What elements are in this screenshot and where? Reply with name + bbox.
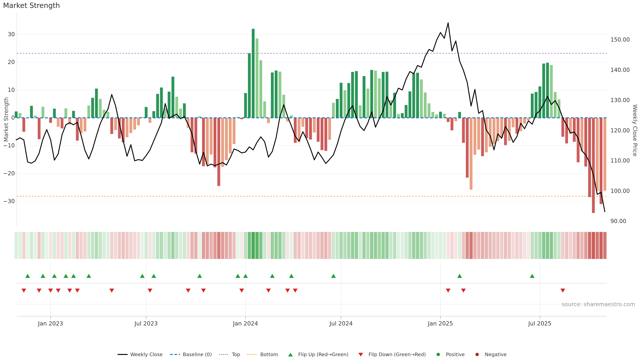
heatmap-cell	[366, 232, 370, 259]
heatmap-cell	[446, 232, 450, 259]
heatmap-cell	[496, 232, 500, 259]
legend-symbol-svg	[247, 352, 258, 357]
bar-negative	[133, 118, 136, 130]
heatmap-cell	[378, 232, 381, 259]
heatmap-cell	[118, 232, 121, 259]
heatmap-cell	[217, 232, 220, 259]
bar-positive	[332, 103, 335, 118]
flip-up-marker	[64, 274, 68, 278]
legend-triangle-down-icon	[355, 352, 366, 357]
bar-positive	[378, 78, 381, 118]
legend-label: Baseline (0)	[183, 352, 212, 357]
left-axis-tick: −30	[3, 198, 15, 204]
right-axis-tick: 110.00	[610, 157, 630, 164]
bar-negative	[328, 118, 331, 140]
heatmap-cell	[301, 232, 304, 259]
bar-positive	[88, 106, 90, 118]
heatmap-cell	[53, 232, 56, 259]
left-axis-tick: −20	[3, 170, 15, 177]
heatmap-cell	[236, 232, 240, 259]
legend-dot-icon	[472, 352, 482, 357]
heatmap-cell	[190, 232, 194, 259]
bar-negative	[210, 118, 212, 155]
heatmap-cell	[420, 232, 423, 259]
bar-negative	[309, 118, 312, 139]
heatmap-cell	[232, 232, 236, 259]
bar-negative	[202, 118, 205, 166]
legend-label: Weekly Close	[130, 352, 163, 357]
market-strength-chart: 3020100−10−20−30150.00140.00130.00120.00…	[0, 0, 644, 362]
heatmap-cell	[22, 232, 26, 259]
flip-down-marker	[461, 289, 466, 293]
heatmap-cell	[202, 232, 205, 259]
bar-negative	[313, 118, 316, 133]
bar-positive	[72, 111, 75, 118]
bar-negative	[317, 118, 320, 142]
heatmap-cell	[576, 232, 580, 259]
heatmap-cell	[458, 232, 461, 259]
flip-down-marker	[75, 289, 80, 293]
heatmap-cell	[580, 232, 584, 259]
heatmap-cell	[179, 232, 182, 259]
heatmap-cell	[160, 232, 163, 259]
bar-negative	[512, 118, 514, 127]
heatmap-cell	[408, 232, 412, 259]
heatmap-cell	[206, 232, 209, 259]
heatmap-cell	[183, 232, 186, 259]
bar-positive	[397, 114, 400, 118]
heatmap-cell	[152, 232, 156, 259]
flip-up-marker	[243, 274, 248, 278]
flip-up-marker	[457, 274, 462, 278]
bar-positive	[424, 92, 427, 118]
flip-up-marker	[197, 274, 202, 278]
heatmap-cell	[531, 232, 534, 259]
bar-negative	[588, 118, 591, 197]
flip-down-marker	[560, 289, 565, 293]
heatmap-cell	[470, 232, 473, 259]
heatmap-cell	[374, 232, 377, 259]
source-credit: source: sharemaestro.com	[562, 301, 635, 308]
x-axis-tick-label: Jan 2025	[428, 320, 453, 327]
bar-positive	[252, 29, 254, 118]
bar-positive	[344, 90, 346, 118]
heatmap-cell	[504, 232, 507, 259]
bar-negative	[206, 118, 209, 165]
bar-positive	[271, 72, 274, 118]
bar-positive	[183, 103, 186, 118]
bar-negative	[137, 118, 140, 125]
heatmap-cell	[141, 232, 144, 259]
flip-down-marker	[56, 289, 60, 293]
heatmap-cell	[397, 232, 400, 259]
bar-positive	[156, 94, 159, 118]
bar-positive	[420, 79, 423, 118]
flip-up-marker	[331, 274, 336, 278]
legend-label: Flip Down (Green→Red)	[368, 352, 426, 357]
heatmap-cell	[351, 232, 354, 259]
bar-positive	[263, 101, 266, 118]
bar-negative	[462, 118, 465, 143]
bar-positive	[91, 98, 94, 118]
flip-up-marker	[86, 274, 91, 278]
flip-down-marker	[22, 289, 26, 293]
heatmap-cell	[424, 232, 427, 259]
heatmap-cell	[427, 232, 431, 259]
heatmap-cell	[282, 232, 286, 259]
bar-positive	[340, 83, 342, 118]
bar-negative	[604, 118, 606, 191]
bar-positive	[408, 91, 412, 118]
bar-positive	[275, 70, 278, 118]
flip-down-marker	[48, 289, 53, 293]
heatmap-cell	[324, 232, 328, 259]
flip-down-marker	[446, 289, 450, 293]
heatmap-cell	[129, 232, 133, 259]
bar-negative	[122, 118, 124, 142]
heatmap-cell	[565, 232, 568, 259]
heatmap-cell	[144, 232, 148, 259]
legend-symbol-svg	[285, 352, 296, 357]
bar-negative	[232, 118, 236, 144]
bar-negative	[523, 118, 526, 124]
heatmap-cell	[274, 232, 278, 259]
heatmap-cell	[210, 232, 213, 259]
heatmap-cell	[343, 232, 347, 259]
bar-positive	[550, 65, 553, 118]
